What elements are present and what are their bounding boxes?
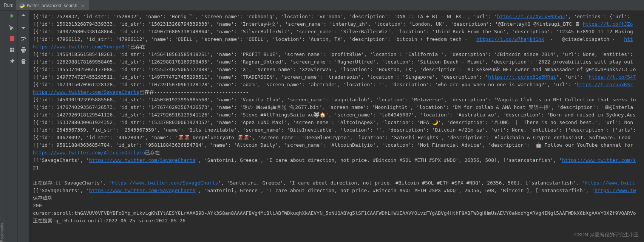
up-icon[interactable] xyxy=(20,13,26,19)
link[interactable]: https://www.tw xyxy=(595,188,636,193)
link[interactable]: https://t.co/XvLxEN95qJ xyxy=(497,14,565,19)
output-line: [{'id': 2543367359, 'id_str': '254336735… xyxy=(33,127,636,133)
pin-icon[interactable] xyxy=(9,58,15,64)
run-actions-column xyxy=(6,11,18,242)
down-icon[interactable] xyxy=(20,24,26,30)
output-line: 正在搜索:q_:Bitcoin until:2022-06-25 since:2… xyxy=(33,218,185,223)
output-line: [{'id': 1262988178169958405, 'id_str': '… xyxy=(33,59,633,65)
output-line: [['SavageCharts', ' xyxy=(33,157,89,163)
output-line: [{'id': 7528832, 'id_str': '7528832', 'n… xyxy=(33,14,497,19)
link[interactable]: https://www.twitter.com/SavageCharts xyxy=(89,157,196,163)
output-line: 保存成功 xyxy=(33,195,53,201)
link[interactable]: https://www.twitter.com/s xyxy=(562,157,636,163)
wrench-icon[interactable] xyxy=(9,24,15,30)
output-line: [{'id': 1490726805338148864, 'id_str': '… xyxy=(33,29,633,34)
output-line: [{'id': 1502313268794339333, 'id_str': '… xyxy=(33,21,583,27)
stop-icon[interactable] xyxy=(9,36,15,42)
console-actions-column xyxy=(18,11,29,242)
run-toolbar: Run: twitter_advanced_search × xyxy=(0,0,644,11)
layout-icon[interactable] xyxy=(9,47,15,53)
wrap-icon[interactable] xyxy=(20,36,26,42)
output-line: [{'id': 1476740293567426573, 'id_str': '… xyxy=(33,104,633,110)
output-line: [{'id': 1427926918129541126, 'id_str': '… xyxy=(33,112,636,118)
link[interactable]: https://t.co/po31e5MRqi xyxy=(488,74,556,80)
output-line: [{'id': 1450301923995885568, 'id_str': '… xyxy=(33,97,636,102)
link[interactable]: https://www.twitter.com/SavageCharts xyxy=(33,89,139,95)
close-icon[interactable]: × xyxy=(81,3,84,9)
output-line: 21 xyxy=(33,165,39,171)
link[interactable]: https://www.twitter.com/AltcoinDailyio xyxy=(33,150,145,155)
print-icon[interactable] xyxy=(20,47,26,53)
link[interactable]: https://t.co/547 xyxy=(588,74,636,80)
output-line: [{'id': 47966112, 'id_str': '47966112', … xyxy=(33,36,476,42)
link[interactable]: htt xyxy=(624,36,633,42)
link[interactable]: https://www.twitt xyxy=(585,180,635,186)
link[interactable]: https://t.co/fJZo xyxy=(583,21,633,27)
link[interactable]: https://www.twitter.com/SavageCharts xyxy=(112,180,218,186)
output-line: [{'id': 958118843636854784, 'id_str': '9… xyxy=(33,142,633,148)
output-line: [{'id': 1533788030061924352, 'id_str': '… xyxy=(33,119,633,125)
output-line: [{'id': 44628092, 'id_str': '44628092', … xyxy=(33,135,630,140)
output-line: 正在保存:[['SavageCharts', ' xyxy=(33,180,112,186)
output-line: [{'id': 1497774727455293511, 'id_str': '… xyxy=(33,74,488,80)
output-line: [{'id': 1456418561585418261, 'id_str': '… xyxy=(33,51,633,57)
output-line: [{'id': 1455374025065177088, 'id_str': '… xyxy=(33,67,636,72)
console-output[interactable]: [{'id': 7528832, 'id_str': '7528832', 'n… xyxy=(29,11,644,242)
output-line: [{'id': 1073915070961328128, 'id_str': '… xyxy=(33,82,577,87)
run-label: Run: xyxy=(0,3,16,8)
link[interactable]: https://t.co/w7hajk41nk xyxy=(476,36,544,42)
svg-rect-0 xyxy=(10,36,14,41)
python-icon xyxy=(19,3,25,8)
link[interactable]: https://www.twitter.com/SovrynBTC xyxy=(33,44,130,50)
link[interactable]: https://t.co/u5xKSr xyxy=(577,82,633,87)
watermark: CSDN @爱编程的研究生小王 xyxy=(574,231,639,238)
run-tab[interactable]: twitter_advanced_search × xyxy=(16,0,89,10)
output-line: [['SavageCharts', ' xyxy=(33,188,89,193)
tab-label: twitter_advanced_search xyxy=(27,3,77,8)
bookmarks-label: Bookmarks xyxy=(0,219,6,242)
rerun-icon[interactable] xyxy=(9,13,15,19)
output-line: 200 xyxy=(33,203,42,208)
link[interactable]: https://www.twitter.com/SavageCharts xyxy=(89,188,196,193)
output-line: cursor:scroll:thGAVUV0VFVBYBFoDYp_mLkvLg… xyxy=(33,210,636,216)
trash-icon[interactable] xyxy=(20,58,26,64)
bookmarks-rail[interactable]: Bookmarks xyxy=(0,11,6,242)
